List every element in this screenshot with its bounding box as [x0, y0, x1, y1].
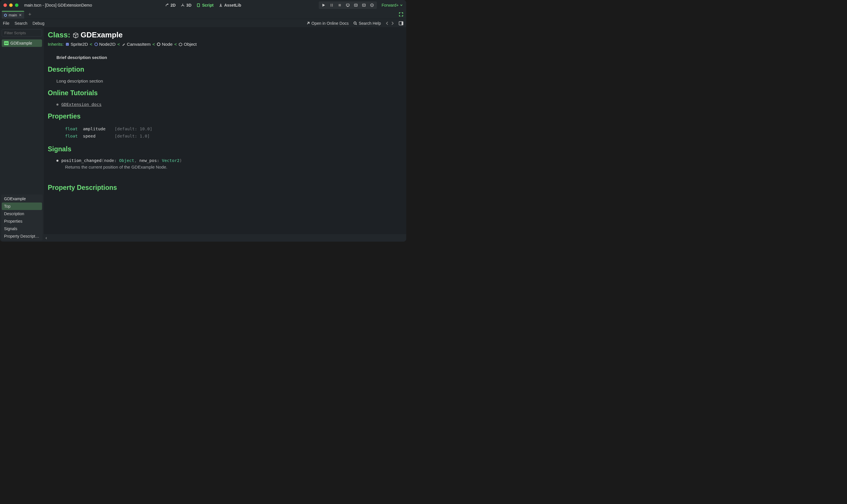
distraction-free-button[interactable]	[399, 12, 403, 17]
stop-button[interactable]	[337, 3, 342, 8]
filter-scripts-field[interactable]	[2, 29, 42, 37]
outline-header: GDExample	[2, 195, 42, 202]
signal-signature: position_changed(node: Object, new_pos: …	[61, 158, 182, 163]
script-item-label: GDExample	[10, 41, 32, 46]
mode-3d-button[interactable]: 3D	[181, 3, 191, 7]
script-item-gdexample[interactable]: GDExample	[2, 39, 42, 47]
svg-rect-1	[330, 4, 331, 6]
collapse-button[interactable]: ‹	[46, 235, 47, 240]
scene-icon	[4, 14, 7, 17]
content-wrap: Class: GDExample Inherits: Sprite2D <	[44, 28, 406, 242]
svg-point-18	[95, 43, 98, 46]
canvasitem-icon	[121, 42, 125, 46]
workspace-switcher: 2D 3D Script AssetLib	[165, 3, 241, 7]
class-heading: Class: GDExample	[48, 31, 400, 39]
play-button[interactable]	[321, 3, 326, 8]
signal-description: Returns the current position of the GDEx…	[65, 165, 400, 169]
inherit-node2d[interactable]: Node2D	[94, 42, 116, 47]
script-menubar: File Search Debug Open in Online Docs Se…	[0, 19, 406, 28]
tutorial-link[interactable]: GDExtension docs	[61, 102, 102, 107]
left-panel: GDExample GDExample Top Description Prop…	[0, 28, 44, 242]
prop-name[interactable]: speed	[83, 132, 115, 140]
svg-rect-2	[332, 4, 333, 6]
description-heading: Description	[48, 66, 400, 73]
svg-point-11	[354, 22, 356, 24]
tutorial-link-row: GDExtension docs	[56, 102, 400, 107]
properties-table: float amplitude [default: 10.0] float sp…	[65, 125, 400, 140]
tutorials-heading: Online Tutorials	[48, 89, 400, 97]
menu-search[interactable]: Search	[15, 21, 27, 25]
properties-heading: Properties	[48, 112, 400, 120]
menu-debug[interactable]: Debug	[33, 21, 44, 25]
prop-name[interactable]: amplitude	[83, 125, 115, 132]
scene-tab-label: main	[8, 13, 17, 17]
class-name: GDExample	[81, 31, 123, 39]
pause-button[interactable]	[329, 3, 334, 8]
outline-property-descriptions[interactable]: Property Descript…	[2, 232, 42, 240]
renderer-selector[interactable]: Forward+	[381, 3, 403, 7]
outline-signals[interactable]: Signals	[2, 225, 42, 232]
svg-rect-0	[197, 4, 200, 7]
svg-rect-13	[402, 22, 403, 25]
add-tab-button[interactable]: +	[27, 12, 33, 18]
download-icon	[219, 3, 223, 7]
property-descriptions-heading: Property Descriptions	[48, 184, 400, 192]
close-window-button[interactable]	[3, 3, 7, 7]
mode-2d-button[interactable]: 2D	[165, 3, 176, 7]
doc-content[interactable]: Class: GDExample Inherits: Sprite2D <	[44, 28, 406, 234]
nav-back-button[interactable]	[385, 21, 389, 25]
inherit-node[interactable]: Node	[157, 42, 172, 47]
menu-file[interactable]: File	[3, 21, 10, 25]
inherits-label: Inherits:	[48, 42, 64, 47]
prop-type[interactable]: float	[65, 125, 83, 132]
sprite2d-icon	[65, 42, 69, 46]
prop-default: [default: 1.0]	[115, 132, 150, 140]
inherit-sprite2d[interactable]: Sprite2D	[65, 42, 88, 47]
traffic-lights	[3, 3, 18, 7]
property-row: float amplitude [default: 10.0]	[65, 125, 400, 132]
scene-tab-main[interactable]: main ✕	[2, 11, 24, 19]
svg-point-16	[67, 44, 67, 44]
nav-arrows	[385, 21, 394, 25]
search-help-button[interactable]: Search Help	[353, 21, 381, 25]
inherit-object[interactable]: Object	[178, 42, 197, 47]
nav-forward-button[interactable]	[391, 21, 394, 25]
minimize-window-button[interactable]	[9, 3, 13, 7]
node-icon	[157, 42, 161, 46]
window-title: main.tscn - [Docs] GDExtensionDemo	[24, 3, 92, 7]
run-toolbar: Forward+	[319, 1, 403, 9]
close-tab-button[interactable]: ✕	[19, 13, 22, 17]
main-body: GDExample GDExample Top Description Prop…	[0, 28, 406, 242]
maximize-window-button[interactable]	[15, 3, 18, 7]
play-custom-button[interactable]	[361, 3, 366, 8]
svg-point-19	[157, 43, 160, 46]
toggle-panel-button[interactable]	[399, 21, 403, 25]
remote-button[interactable]	[345, 3, 350, 8]
mode-script-button[interactable]: Script	[197, 3, 214, 7]
bullet-icon	[56, 104, 58, 106]
signal-row: position_changed(node: Object, new_pos: …	[56, 158, 400, 163]
svg-rect-5	[347, 6, 348, 7]
search-help-icon	[353, 21, 357, 25]
object-icon	[178, 42, 183, 46]
svg-point-17	[68, 44, 68, 44]
prop-default: [default: 10.0]	[115, 125, 152, 132]
external-link-icon	[306, 21, 310, 25]
prop-type[interactable]: float	[65, 132, 83, 140]
curve-arrow-icon	[165, 3, 169, 7]
property-row: float speed [default: 1.0]	[65, 132, 400, 140]
inherit-canvasitem[interactable]: CanvasItem	[121, 42, 151, 47]
open-online-docs-button[interactable]: Open in Online Docs	[306, 21, 349, 25]
play-scene-button[interactable]	[353, 3, 359, 8]
run-buttons	[319, 1, 377, 9]
chevron-down-icon	[400, 4, 403, 6]
asset-lib-button[interactable]: AssetLib	[219, 3, 241, 7]
menubar-right: Open in Online Docs Search Help	[306, 21, 403, 25]
script-list: GDExample	[1, 39, 42, 48]
outline-top[interactable]: Top	[2, 202, 42, 210]
cube-icon	[72, 32, 78, 38]
outline-description[interactable]: Description	[2, 210, 42, 217]
movie-button[interactable]	[369, 3, 375, 8]
outline-properties[interactable]: Properties	[2, 217, 42, 225]
title-bar: main.tscn - [Docs] GDExtensionDemo 2D 3D…	[0, 0, 406, 10]
